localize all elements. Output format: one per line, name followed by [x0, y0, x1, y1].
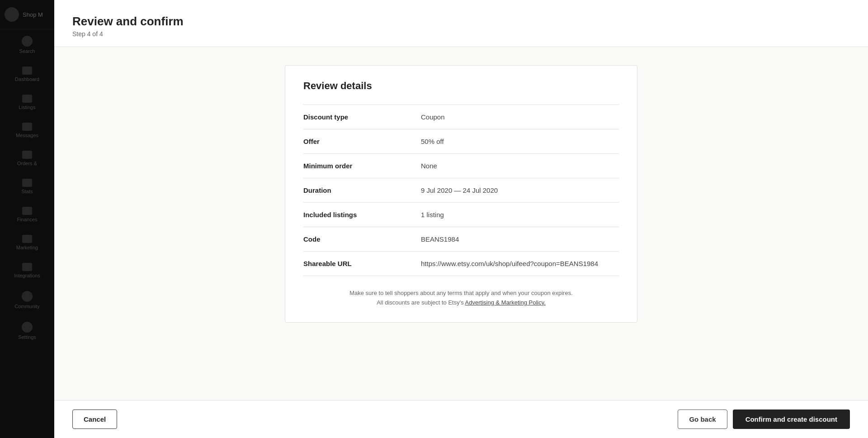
table-row: Offer50% off [303, 129, 619, 154]
advertising-policy-link[interactable]: Advertising & Marketing Policy. [465, 299, 546, 306]
row-label: Offer [303, 129, 421, 154]
disclaimer: Make sure to tell shoppers about any ter… [303, 289, 619, 308]
modal-header: Review and confirm Step 4 of 4 [54, 0, 868, 47]
row-label: Included listings [303, 203, 421, 227]
table-row: Minimum orderNone [303, 154, 619, 178]
cancel-button[interactable]: Cancel [72, 409, 117, 429]
disclaimer-text: Make sure to tell shoppers about any ter… [349, 290, 573, 296]
row-value: https://www.etsy.com/uk/shop/uifeed?coup… [421, 252, 619, 276]
row-label: Discount type [303, 105, 421, 129]
modal-title: Review and confirm [72, 14, 850, 29]
table-row: Discount typeCoupon [303, 105, 619, 129]
table-row: Included listings1 listing [303, 203, 619, 227]
row-label: Duration [303, 178, 421, 203]
row-label: Minimum order [303, 154, 421, 178]
row-value: 1 listing [421, 203, 619, 227]
row-label: Code [303, 227, 421, 252]
table-row: CodeBEANS1984 [303, 227, 619, 252]
table-row: Shareable URLhttps://www.etsy.com/uk/sho… [303, 252, 619, 276]
row-value: Coupon [421, 105, 619, 129]
modal-step: Step 4 of 4 [72, 30, 850, 38]
modal-body: Review details Discount typeCouponOffer5… [54, 47, 868, 400]
review-table: Discount typeCouponOffer50% offMinimum o… [303, 105, 619, 276]
row-value: 50% off [421, 129, 619, 154]
review-container: Review details Discount typeCouponOffer5… [285, 65, 637, 323]
row-label: Shareable URL [303, 252, 421, 276]
confirm-create-discount-button[interactable]: Confirm and create discount [733, 409, 850, 429]
row-value: BEANS1984 [421, 227, 619, 252]
footer-right-actions: Go back Confirm and create discount [678, 409, 850, 429]
review-modal: Review and confirm Step 4 of 4 Review de… [54, 0, 868, 438]
disclaimer-policy-prefix: All discounts are subject to Etsy's [377, 299, 465, 306]
row-value: 9 Jul 2020 — 24 Jul 2020 [421, 178, 619, 203]
modal-footer: Cancel Go back Confirm and create discou… [54, 400, 868, 438]
review-heading: Review details [303, 80, 619, 92]
row-value: None [421, 154, 619, 178]
go-back-button[interactable]: Go back [678, 409, 727, 429]
table-row: Duration9 Jul 2020 — 24 Jul 2020 [303, 178, 619, 203]
